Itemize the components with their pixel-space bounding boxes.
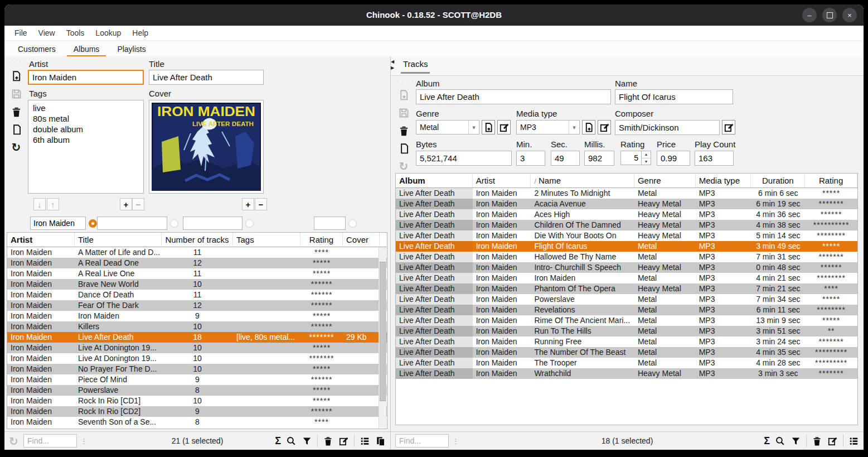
genre-add-button[interactable]	[482, 120, 495, 134]
media-type-add-button[interactable]	[582, 120, 595, 134]
refresh-button[interactable]: ↻	[395, 159, 412, 174]
table-row[interactable]: Iron MaidenKillers10******	[7, 321, 387, 332]
tag-list-item[interactable]: 80s metal	[28, 113, 143, 124]
tag-move-down-button[interactable]: ↓	[33, 198, 46, 210]
menu-view[interactable]: View	[33, 28, 61, 37]
table-row[interactable]: Live After DeathIron MaidenRime Of The A…	[396, 315, 857, 326]
media-type-combobox[interactable]: MP3 ▾	[516, 120, 580, 134]
column-header-rating[interactable]: Rating	[300, 233, 343, 247]
composer-input[interactable]	[615, 120, 720, 135]
tab-albums[interactable]: Albums	[65, 41, 109, 57]
table-row[interactable]: Live After DeathIron MaidenIron MaidenMe…	[396, 273, 857, 283]
aggregate-button[interactable]: Σ	[275, 435, 281, 447]
column-header-artist[interactable]: Artist	[473, 174, 531, 187]
table-row[interactable]: Live After DeathIron Maiden2 Minutes To …	[396, 188, 857, 199]
edit-button[interactable]	[338, 436, 349, 446]
filter-button[interactable]	[791, 436, 801, 446]
column-list-button[interactable]	[360, 436, 370, 446]
tag-add-button[interactable]: +	[120, 198, 132, 210]
rating-input[interactable]	[620, 151, 642, 165]
menu-file[interactable]: File	[9, 28, 33, 37]
table-row[interactable]: Live After DeathIron MaidenRun To The Hi…	[396, 326, 857, 336]
filter-radio-1[interactable]	[89, 219, 97, 228]
sec-input[interactable]	[551, 151, 580, 166]
column-header-tracks[interactable]: Number of tracks	[162, 233, 233, 247]
tag-list-item[interactable]: double album	[28, 124, 143, 134]
tags-listbox[interactable]: live80s metaldouble album6th album	[28, 100, 144, 194]
edit-button[interactable]	[827, 436, 838, 446]
table-row[interactable]: Iron MaidenLive After Death18[live, 80s …	[7, 332, 387, 343]
column-header-artist[interactable]: Artist	[7, 233, 75, 247]
column-header-rating[interactable]: Rating	[805, 174, 857, 187]
filter-radio-4[interactable]	[348, 219, 357, 228]
search-button[interactable]	[286, 436, 297, 446]
column-header-media[interactable]: Media type	[696, 174, 751, 187]
duplicate-record-button[interactable]	[395, 141, 412, 156]
delete-record-button[interactable]	[395, 123, 412, 138]
table-row[interactable]: Live After DeathIron MaidenThe Number Of…	[396, 347, 857, 358]
table-row[interactable]: Live After DeathIron MaidenHallowed Be T…	[396, 252, 857, 262]
tag-move-up-button[interactable]: ↑	[47, 198, 59, 210]
close-button[interactable]: ×	[842, 8, 857, 22]
title-input[interactable]	[149, 70, 264, 85]
table-row[interactable]: Live After DeathIron MaidenRunning FreeM…	[396, 336, 857, 347]
delete-button[interactable]	[812, 436, 822, 446]
table-row[interactable]: Iron MaidenSeventh Son of a Se...8****	[7, 417, 387, 427]
millis-input[interactable]	[584, 151, 614, 166]
table-row[interactable]: Iron MaidenNo Prayer For The D...10*****	[7, 364, 387, 374]
tag-list-item[interactable]: 6th album	[28, 134, 143, 145]
filter-input-3[interactable]	[183, 217, 243, 230]
table-row[interactable]: Live After DeathIron MaidenAces HighHeav…	[396, 209, 857, 220]
delete-button[interactable]	[323, 436, 333, 446]
table-row[interactable]: Live After DeathIron MaidenAcacia Avenue…	[396, 199, 857, 209]
cover-add-button[interactable]: +	[242, 198, 254, 210]
genre-edit-button[interactable]	[497, 120, 511, 134]
menu-help[interactable]: Help	[127, 28, 154, 37]
spin-up-icon[interactable]: ▲	[642, 151, 651, 158]
filter-input-4[interactable]	[314, 217, 346, 230]
table-row[interactable]: Iron MaidenLive At Donington 19...10****…	[7, 343, 387, 353]
table-row[interactable]: Live After DeathIron MaidenIntro- Church…	[396, 262, 857, 273]
table-row[interactable]: Iron MaidenA Real Dead One12*****	[7, 258, 387, 268]
new-record-button[interactable]	[8, 69, 25, 83]
genre-combobox[interactable]: Metal ▾	[416, 120, 479, 134]
menu-tools[interactable]: Tools	[61, 28, 90, 37]
albums-table-scrollbar[interactable]	[379, 247, 386, 428]
bytes-input[interactable]	[416, 151, 512, 166]
tag-remove-button[interactable]: −	[132, 198, 144, 210]
menu-lookup[interactable]: Lookup	[90, 28, 127, 37]
table-row[interactable]: Iron MaidenRock In Rio [CD2]9******	[7, 406, 387, 417]
price-input[interactable]	[657, 151, 690, 166]
save-button[interactable]	[395, 105, 412, 120]
table-row[interactable]: Iron MaidenA Matter of Life and D...11**…	[7, 247, 387, 258]
min-input[interactable]	[516, 151, 545, 166]
table-row[interactable]: Live After DeathIron MaidenRevelationsMe…	[396, 305, 857, 315]
table-row[interactable]: Iron MaidenPiece Of Mind9******	[7, 374, 387, 385]
spin-down-icon[interactable]: ▼	[642, 158, 651, 165]
maximize-button[interactable]	[822, 8, 837, 22]
filter-button[interactable]	[302, 436, 312, 446]
table-row[interactable]: Live After DeathIron MaidenThe TrooperMe…	[396, 358, 857, 368]
refresh-button[interactable]: ↻	[8, 140, 25, 155]
splitter-handle[interactable]: ◀ ▶	[391, 60, 396, 70]
column-header-genre[interactable]: Genre	[634, 174, 696, 187]
filter-radio-2[interactable]	[170, 219, 178, 228]
table-row[interactable]: Live After DeathIron MaidenPowerslaveMet…	[396, 294, 857, 305]
table-row[interactable]: Iron MaidenA Real Live One11*****	[7, 268, 387, 279]
aggregate-button[interactable]: Σ	[764, 435, 770, 447]
table-row[interactable]: Iron MaidenDance Of Death11******	[7, 290, 387, 300]
search-button[interactable]	[775, 436, 785, 446]
table-row[interactable]: Live After DeathIron MaidenWrathchildHea…	[396, 368, 857, 379]
table-row[interactable]: Iron MaidenPowerslave8*****	[7, 385, 387, 396]
delete-record-button[interactable]	[8, 104, 25, 119]
track-name-input[interactable]	[615, 89, 733, 104]
new-record-button[interactable]	[395, 88, 412, 102]
tag-list-item[interactable]: live	[28, 103, 143, 113]
track-album-input[interactable]	[416, 89, 611, 104]
rating-stepper[interactable]: ▲ ▼	[620, 151, 651, 165]
table-row[interactable]: Iron MaidenRock In Rio [CD1]10*****	[7, 396, 387, 406]
column-header-title[interactable]: Title	[75, 233, 162, 247]
tab-customers[interactable]: Customers	[9, 41, 65, 57]
column-header-name[interactable]: /Name	[531, 174, 634, 187]
table-row[interactable]: Iron MaidenIron Maiden9*****	[7, 311, 387, 321]
